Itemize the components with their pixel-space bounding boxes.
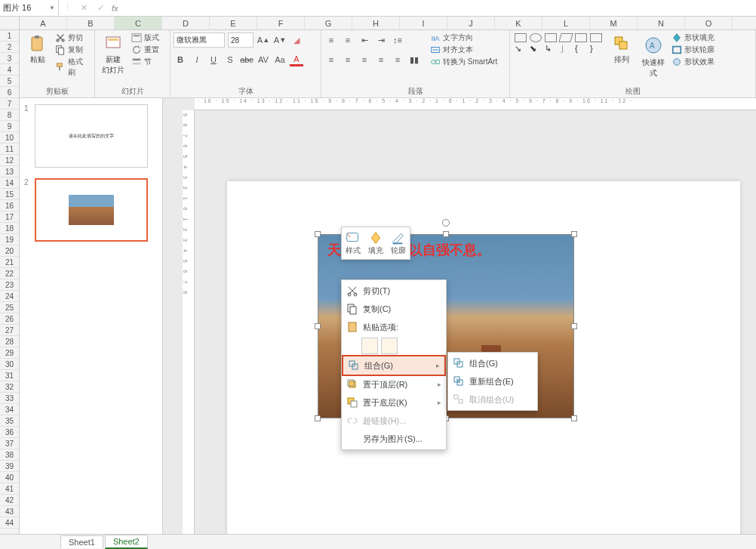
mini-outline-button[interactable]: 轮廓 xyxy=(390,230,407,256)
ctx-bring-front[interactable]: 置于顶层(R)▸ xyxy=(342,375,446,393)
row-20[interactable]: 20 xyxy=(0,245,19,257)
shape-effect-button[interactable]: 形状效果 xyxy=(670,56,716,68)
layout-button[interactable]: 版式 xyxy=(130,32,161,44)
row-25[interactable]: 25 xyxy=(0,302,19,313)
inc-indent-icon[interactable]: ⇥ xyxy=(374,33,388,47)
row-42[interactable]: 42 xyxy=(0,495,19,506)
cut-button[interactable]: 剪切 xyxy=(54,32,91,44)
confirm-icon[interactable]: ✓ xyxy=(92,3,109,13)
sub-regroup[interactable]: 重新组合(E) xyxy=(448,372,537,390)
handle-t[interactable] xyxy=(443,231,449,237)
reset-button[interactable]: 重置 xyxy=(130,44,161,56)
paste-opt-2[interactable] xyxy=(381,338,398,354)
format-painter-button[interactable]: 格式刷 xyxy=(54,56,91,79)
font-name-select[interactable]: 微软雅黑 xyxy=(174,32,225,48)
row-18[interactable]: 18 xyxy=(0,223,19,234)
arrange-button[interactable]: 排列 xyxy=(607,32,637,68)
col-J[interactable]: J xyxy=(447,17,495,29)
row-11[interactable]: 11 xyxy=(0,143,19,155)
sub-ungroup[interactable]: 取消组合(U) xyxy=(448,390,537,409)
row-33[interactable]: 33 xyxy=(0,393,19,404)
row-31[interactable]: 31 xyxy=(0,370,19,381)
change-case-icon[interactable]: Aa xyxy=(273,53,287,66)
row-34[interactable]: 34 xyxy=(0,404,19,415)
row-4[interactable]: 4 xyxy=(0,64,19,76)
bold-icon[interactable]: B xyxy=(174,53,187,66)
col-O[interactable]: O xyxy=(685,17,733,29)
row-37[interactable]: 37 xyxy=(0,438,19,449)
row-29[interactable]: 29 xyxy=(0,347,19,359)
handle-bl[interactable] xyxy=(315,415,321,421)
row-5[interactable]: 5 xyxy=(0,76,19,87)
row-8[interactable]: 8 xyxy=(0,109,19,121)
paste-button[interactable]: 粘贴 xyxy=(23,32,52,68)
strikethrough-icon[interactable]: abc xyxy=(240,53,254,66)
row-19[interactable]: 19 xyxy=(0,234,19,245)
dropdown-icon[interactable]: ▼ xyxy=(49,5,55,11)
paste-opt-1[interactable] xyxy=(361,338,378,354)
align-text-button[interactable]: 对齐文本 xyxy=(429,44,499,56)
row-43[interactable]: 43 xyxy=(0,506,19,517)
row-12[interactable]: 12 xyxy=(0,155,19,166)
row-32[interactable]: 32 xyxy=(0,381,19,393)
shape-outline-button[interactable]: 形状轮廓 xyxy=(670,44,716,56)
ctx-save-as-picture[interactable]: 另存为图片(S)... xyxy=(342,430,446,448)
row-9[interactable]: 9 xyxy=(0,121,19,132)
name-box[interactable]: 图片 16 ▼ xyxy=(0,1,59,15)
row-44[interactable]: 44 xyxy=(0,517,19,529)
ctx-hyperlink[interactable]: 超链接(H)... xyxy=(342,412,446,430)
col-I[interactable]: I xyxy=(400,17,447,29)
ctx-copy[interactable]: 复制(C) xyxy=(342,300,446,318)
align-center-icon[interactable]: ≡ xyxy=(341,53,355,66)
row-22[interactable]: 22 xyxy=(0,268,19,279)
underline-icon[interactable]: U xyxy=(207,53,220,66)
col-B[interactable]: B xyxy=(67,17,115,29)
fx-icon[interactable]: fx xyxy=(109,4,121,13)
col-E[interactable]: E xyxy=(210,17,257,29)
col-N[interactable]: N xyxy=(638,17,685,29)
col-C[interactable]: C xyxy=(115,17,162,29)
row-26[interactable]: 26 xyxy=(0,313,19,325)
ctx-send-back[interactable]: 置于底层(K)▸ xyxy=(342,393,446,412)
row-13[interactable]: 13 xyxy=(0,166,19,177)
row-39[interactable]: 39 xyxy=(0,461,19,472)
row-10[interactable]: 10 xyxy=(0,132,19,143)
thumb-1[interactable]: 1 请在此处填写您的文字 xyxy=(24,104,158,168)
shrink-font-icon[interactable]: A▼ xyxy=(273,33,287,47)
col-D[interactable]: D xyxy=(162,17,210,29)
handle-r[interactable] xyxy=(571,323,577,329)
char-spacing-icon[interactable]: AV xyxy=(257,53,270,66)
cancel-icon[interactable]: ✕ xyxy=(75,3,92,13)
section-button[interactable]: 节 xyxy=(130,56,161,68)
text-direction-button[interactable]: IIA文字方向 xyxy=(429,32,499,44)
sub-group[interactable]: 组合(G) xyxy=(448,354,537,372)
row-40[interactable]: 40 xyxy=(0,472,19,483)
justify-icon[interactable]: ≡ xyxy=(374,53,388,66)
row-27[interactable]: 27 xyxy=(0,325,19,336)
row-28[interactable]: 28 xyxy=(0,336,19,347)
copy-button[interactable]: 复制 xyxy=(54,44,91,56)
col-A[interactable]: A xyxy=(20,17,67,29)
col-F[interactable]: F xyxy=(257,17,305,29)
numbering-icon[interactable]: ≡ xyxy=(341,33,355,47)
row-17[interactable]: 17 xyxy=(0,211,19,223)
row-21[interactable]: 21 xyxy=(0,257,19,268)
row-36[interactable]: 36 xyxy=(0,427,19,438)
select-all-corner[interactable] xyxy=(0,17,20,29)
quick-style-button[interactable]: A 快速样式 xyxy=(638,32,668,82)
col-H[interactable]: H xyxy=(352,17,400,29)
row-3[interactable]: 3 xyxy=(0,53,19,64)
row-7[interactable]: 7 xyxy=(0,98,19,109)
dec-indent-icon[interactable]: ⇤ xyxy=(358,33,371,47)
row-6[interactable]: 6 xyxy=(0,87,19,98)
handle-tr[interactable] xyxy=(571,231,577,237)
col-L[interactable]: L xyxy=(542,17,590,29)
row-16[interactable]: 16 xyxy=(0,200,19,211)
clear-format-icon[interactable]: ◢ xyxy=(290,33,303,47)
mini-style-button[interactable]: 样式 xyxy=(345,230,361,256)
bullets-icon[interactable]: ≡ xyxy=(324,33,338,47)
row-41[interactable]: 41 xyxy=(0,483,19,495)
tab-sheet2[interactable]: Sheet2 xyxy=(105,535,148,549)
align-right-icon[interactable]: ≡ xyxy=(358,53,371,66)
handle-tl[interactable] xyxy=(315,231,321,237)
